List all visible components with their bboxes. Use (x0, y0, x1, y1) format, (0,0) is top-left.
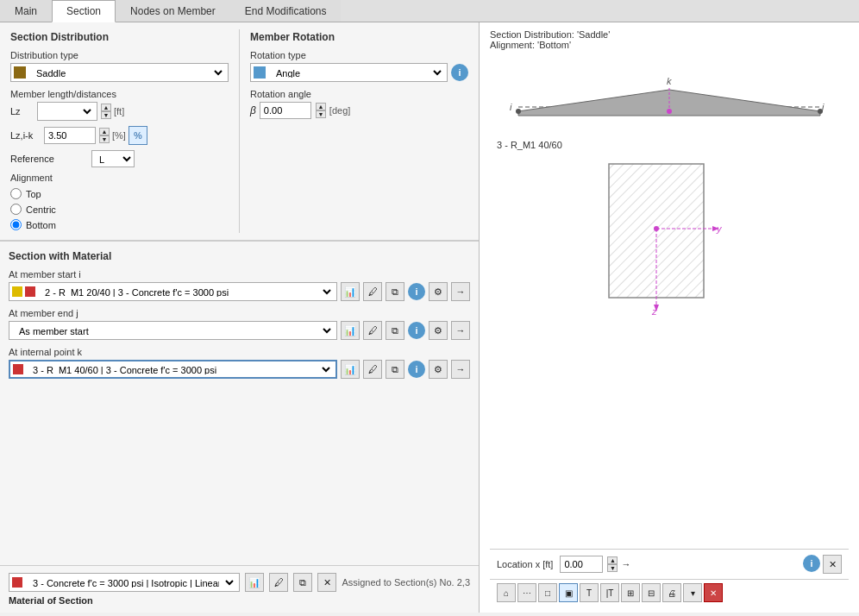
mat-chart-btn[interactable]: 📊 (245, 573, 264, 592)
end-edit-btn[interactable]: 🖊 (363, 321, 382, 340)
end-copy-btn[interactable]: ⧉ (386, 321, 404, 340)
start-chart-btn[interactable]: 📊 (341, 282, 360, 301)
mat-edit-btn[interactable]: 🖊 (269, 573, 288, 592)
member-start-select-wrap[interactable]: 2 - R_M1 20/40 | 3 - Concrete f'c = 3000… (9, 282, 337, 301)
lz-spin-down[interactable]: ▼ (101, 111, 111, 119)
member-start-select[interactable]: 2 - R_M1 20/40 | 3 - Concrete f'c = 3000… (38, 284, 334, 299)
tb-table2-btn[interactable]: ⊟ (642, 583, 661, 602)
tb-print-dropdown[interactable]: ▾ (683, 583, 702, 602)
start-settings-btn[interactable]: ⚙ (429, 282, 448, 301)
reference-select[interactable]: L (91, 150, 135, 167)
tb-table-btn[interactable]: ⊞ (621, 583, 640, 602)
right-icon-group: i ✕ (803, 555, 842, 574)
member-end-select-wrap[interactable]: As member start (9, 321, 337, 340)
start-swatch-yellow (12, 286, 22, 297)
internal-chart-btn[interactable]: 📊 (341, 360, 360, 379)
end-arrow-btn[interactable]: → (451, 321, 470, 340)
internal-point-select[interactable]: 3 - R_M1 40/60 | 3 - Concrete f'c = 3000… (26, 361, 333, 377)
rot-type-info-btn[interactable]: i (451, 64, 468, 81)
beta-spin-down[interactable]: ▼ (316, 110, 326, 118)
material-section-select-wrap[interactable]: 3 - Concrete f'c = 3000 psi | Isotropic … (9, 573, 240, 592)
tb-close-btn[interactable]: ✕ (704, 583, 723, 602)
member-end-label: At member end j (9, 308, 470, 318)
rot-type-select[interactable]: Angle (269, 65, 444, 80)
lz-spinner[interactable]: ▲ ▼ (101, 104, 111, 119)
lzik-spin-up[interactable]: ▲ (99, 128, 110, 135)
tb-print-btn[interactable]: 🖨 (662, 583, 681, 602)
material-section-select[interactable]: 3 - Concrete f'c = 3000 psi | Isotropic … (26, 575, 236, 590)
align-top-radio[interactable] (10, 188, 22, 199)
member-length-label: Member length/distances (10, 89, 229, 99)
loc-spin-up[interactable]: ▲ (607, 556, 618, 564)
align-centric-label: Centric (26, 204, 56, 215)
internal-copy-btn[interactable]: ⧉ (386, 360, 404, 379)
internal-edit-btn[interactable]: 🖊 (363, 360, 382, 379)
bottom-toolbar: ⌂ ⋯ □ ▣ T |T ⊞ ⊟ 🖨 ▾ ✕ (490, 579, 849, 606)
location-input[interactable] (560, 556, 603, 573)
tb-box-btn[interactable]: □ (538, 583, 557, 602)
loc-arrow[interactable]: → (621, 559, 630, 569)
lz-spin-up[interactable]: ▲ (101, 104, 111, 111)
align-bottom-label: Bottom (26, 220, 56, 230)
rot-angle-label: Rotation angle (250, 89, 468, 99)
tb-home-btn[interactable]: ⌂ (497, 583, 516, 602)
end-chart-btn[interactable]: 📊 (341, 321, 360, 340)
lz-row: Lz ▲ ▼ [ft] (10, 102, 229, 121)
tab-bar: Main Section Nodes on Member End Modific… (0, 0, 859, 22)
cross-section-svg: y z (583, 155, 756, 345)
beta-spinner[interactable]: ▲ ▼ (316, 103, 326, 118)
tb-text2-btn[interactable]: |T (600, 583, 619, 602)
cross-section-area: y z (490, 155, 849, 549)
tb-grid-btn[interactable]: ⋯ (517, 583, 536, 602)
tab-nodes-on-member[interactable]: Nodes on Member (116, 0, 230, 22)
internal-arrow-btn[interactable]: → (451, 360, 470, 379)
beta-row: β ▲ ▼ [deg] (250, 102, 468, 119)
location-spinner[interactable]: ▲ ▼ (607, 556, 618, 572)
tab-main[interactable]: Main (0, 0, 52, 22)
beta-symbol: β (250, 104, 256, 116)
internal-info-btn[interactable]: i (408, 361, 425, 378)
beta-spin-up[interactable]: ▲ (316, 103, 326, 110)
internal-point-select-wrap[interactable]: 3 - R_M1 40/60 | 3 - Concrete f'c = 3000… (9, 360, 337, 379)
align-bottom-radio[interactable] (10, 219, 22, 230)
lzik-spinner[interactable]: ▲ ▼ (99, 128, 110, 143)
internal-settings-btn[interactable]: ⚙ (429, 360, 448, 379)
right-title: Section Distribution: 'Saddle' Alignment… (490, 29, 849, 50)
svg-point-7 (516, 109, 521, 114)
tab-section[interactable]: Section (52, 0, 116, 22)
beta-input[interactable] (260, 102, 311, 119)
mat-settings-btn[interactable]: ✕ (317, 573, 336, 592)
beta-unit: [deg] (329, 105, 350, 116)
tb-text-btn[interactable]: T (580, 583, 599, 602)
internal-point-row: At internal point k 3 - R_M1 40/60 | 3 -… (9, 347, 470, 379)
dist-type-select[interactable]: Saddle (29, 65, 225, 80)
lz-label: Lz (10, 106, 34, 116)
lz-select-wrap[interactable] (37, 102, 97, 121)
end-settings-btn[interactable]: ⚙ (429, 321, 448, 340)
loc-settings-btn[interactable]: ✕ (823, 555, 842, 574)
start-arrow-btn[interactable]: → (451, 282, 470, 301)
member-start-row: At member start i 2 - R_M1 20/40 | 3 - C… (9, 269, 470, 301)
rot-type-swatch (254, 66, 266, 79)
percent-button[interactable]: % (129, 126, 147, 145)
member-start-label: At member start i (9, 269, 470, 280)
member-end-select[interactable]: As member start (12, 323, 334, 338)
internal-point-select-row: 3 - R_M1 40/60 | 3 - Concrete f'c = 3000… (9, 360, 470, 379)
align-centric-radio[interactable] (10, 204, 22, 215)
start-info-btn[interactable]: i (408, 283, 425, 300)
loc-info-btn[interactable]: i (803, 555, 820, 572)
loc-spin-down[interactable]: ▼ (607, 564, 618, 572)
tb-select-btn[interactable]: ▣ (559, 583, 578, 602)
rot-type-label: Rotation type (250, 50, 468, 60)
mat-copy-btn[interactable]: ⧉ (293, 573, 312, 592)
rot-type-select-wrap[interactable]: Angle (250, 63, 448, 82)
start-edit-btn[interactable]: 🖊 (363, 282, 382, 301)
lz-select[interactable] (41, 104, 94, 119)
start-copy-btn[interactable]: ⧉ (386, 282, 404, 301)
svg-point-6 (667, 109, 672, 114)
end-info-btn[interactable]: i (408, 322, 425, 339)
tab-end-modifications[interactable]: End Modifications (230, 0, 342, 22)
lzik-spin-down[interactable]: ▼ (99, 135, 110, 143)
dist-type-select-wrap[interactable]: Saddle (10, 63, 229, 82)
lzik-input[interactable] (44, 127, 96, 144)
